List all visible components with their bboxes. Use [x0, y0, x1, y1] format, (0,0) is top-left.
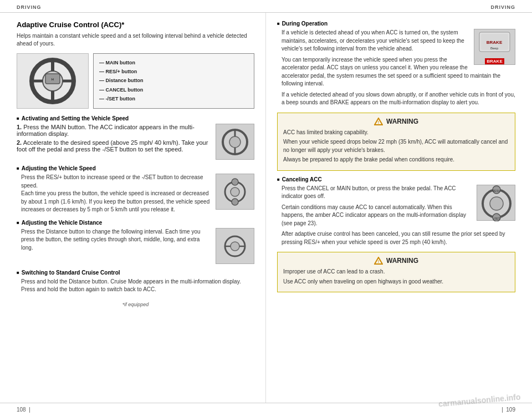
warning-text-2: Improper use of ACC can lead to a crash.…	[283, 268, 509, 286]
svg-text:BRAKE: BRAKE	[487, 40, 503, 45]
canceling-content: RES/+ -/SET Press the CANCEL or MAIN but…	[277, 185, 515, 247]
subsection-adjusting-speed-row: Press the RES/+ button to increase speed…	[17, 174, 254, 214]
page: DRIVING DRIVING Adaptive Cruise Control …	[0, 0, 532, 416]
subsection-during-operation: During Operation BRAKE Beep BRAKE	[277, 21, 515, 107]
svg-text:Beep: Beep	[490, 47, 499, 50]
page-title: Adaptive Cruise Control (ACC)*	[17, 21, 254, 29]
subsection-activating-row: 1. Press the MAIN button. The ACC indica…	[17, 124, 254, 160]
brake-image: BRAKE Beep BRAKE	[474, 29, 515, 65]
header-right: DRIVING	[490, 4, 515, 10]
diagram-area: H MAIN button RES/+ button Distance butt…	[17, 53, 254, 109]
warning-box-2: ! WARNING Improper use of ACC can lead t…	[277, 252, 515, 292]
svg-point-9	[229, 136, 241, 148]
diagram-item-cancel: CANCEL button	[99, 85, 248, 94]
brake-image-area: BRAKE Beep BRAKE	[474, 29, 515, 65]
svg-text:-/SET: -/SET	[493, 217, 500, 220]
section-intro: Helps maintain a constant vehicle speed …	[17, 32, 254, 48]
svg-text:H: H	[52, 78, 54, 81]
activating-image	[216, 124, 254, 160]
canceling-image: RES/+ -/SET	[477, 185, 515, 221]
warning-triangle-icon-2: !	[374, 257, 383, 265]
diagram-item-distance: Distance button	[99, 76, 248, 85]
during-operation-header: During Operation	[277, 21, 515, 27]
brake-label: BRAKE	[485, 58, 504, 64]
right-column: During Operation BRAKE Beep BRAKE	[266, 13, 532, 403]
svg-text:!: !	[378, 260, 379, 263]
subsection-adjusting-speed-text: Press the RES/+ button to increase speed…	[17, 174, 211, 214]
warning-triangle-icon-1: !	[374, 118, 383, 125]
subsection-adjusting-speed: Adjusting the Vehicle Speed Press the RE…	[17, 165, 254, 214]
adjusting-distance-image	[216, 228, 254, 264]
warning-title-2: WARNING	[386, 257, 418, 265]
top-bar: DRIVING DRIVING	[0, 0, 532, 13]
content-area: Adaptive Cruise Control (ACC)* Helps mai…	[0, 13, 532, 403]
button-diagram: MAIN button RES/+ button Distance button…	[93, 53, 254, 109]
canceling-header: Canceling ACC	[277, 176, 515, 182]
warning-header-2: ! WARNING	[283, 257, 509, 265]
subsection-adjusting-speed-header: Adjusting the Vehicle Speed	[17, 165, 254, 171]
bottom-bar: 108 | | 109	[0, 403, 532, 416]
subsection-switching-text: Press and hold the Distance button. Crui…	[17, 278, 254, 294]
left-column: Adaptive Cruise Control (ACC)* Helps mai…	[0, 13, 266, 403]
list-item-1: 1. Press the MAIN button. The ACC indica…	[17, 124, 211, 137]
svg-point-27	[490, 197, 503, 210]
diagram-item-set: -/SET button	[99, 94, 248, 103]
header-left: DRIVING	[17, 4, 42, 10]
subsection-adjusting-distance: Adjusting the Vehicle Distance Press the…	[17, 220, 254, 264]
warning-text-1: ACC has limited braking capability. When…	[283, 129, 509, 164]
diagram-item-res: RES/+ button	[99, 67, 248, 76]
svg-point-14	[232, 179, 238, 185]
subsection-switching-header: Switching to Standard Cruise Control	[17, 270, 254, 276]
during-operation-content: BRAKE Beep BRAKE If a vehicle is detecte…	[277, 29, 515, 107]
svg-text:!: !	[378, 120, 379, 124]
subsection-activating-header: Activating and Setting the Vehicle Speed	[17, 115, 254, 121]
adjusting-speed-image	[216, 174, 254, 210]
svg-point-15	[232, 199, 238, 205]
subsection-activating-text: 1. Press the MAIN button. The ACC indica…	[17, 124, 211, 155]
list-item-2: 2. Accelerate to the desired speed (abov…	[17, 139, 211, 153]
warning-box-1: ! WARNING ACC has limited braking capabi…	[277, 113, 515, 171]
page-number-left: 108 |	[17, 407, 30, 413]
svg-point-13	[231, 187, 239, 196]
warning-title-1: WARNING	[386, 118, 418, 125]
subsection-adjusting-distance-row: Press the Distance button to change the …	[17, 228, 254, 264]
warning-header-1: ! WARNING	[283, 118, 509, 125]
steering-wheel-image: H	[17, 53, 89, 109]
page-number-right: | 109	[502, 407, 515, 413]
svg-text:RES/+: RES/+	[493, 189, 501, 192]
subsection-switching: Switching to Standard Cruise Control Pre…	[17, 270, 254, 294]
canceling-image-wrap: RES/+ -/SET	[477, 185, 515, 221]
footnote: *if equipped	[17, 300, 254, 307]
svg-point-17	[231, 242, 239, 251]
subsection-adjusting-distance-header: Adjusting the Vehicle Distance	[17, 220, 254, 226]
subsection-adjusting-distance-text: Press the Distance button to change the …	[17, 228, 211, 252]
diagram-item-main: MAIN button	[99, 58, 248, 67]
subsection-activating: Activating and Setting the Vehicle Speed…	[17, 115, 254, 160]
subsection-canceling: Canceling ACC RES/+ -/SET	[277, 176, 515, 247]
